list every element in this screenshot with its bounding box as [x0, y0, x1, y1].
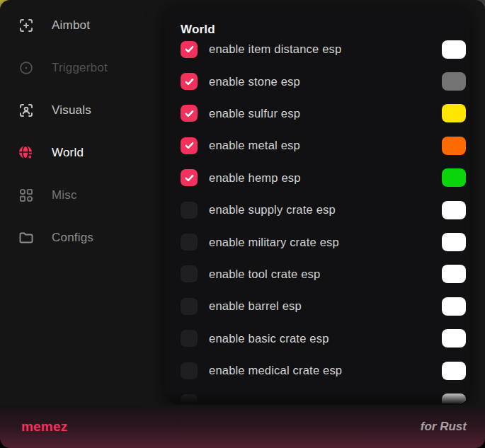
world-globe-star-icon	[18, 144, 35, 161]
esp-option-row: enable supply crate esp	[179, 194, 466, 226]
esp-checkbox[interactable]	[181, 41, 198, 58]
esp-options-list: enable item distance esp enable stone es…	[179, 33, 466, 403]
esp-color-swatch[interactable]	[442, 201, 466, 219]
sidebar-item-triggerbot[interactable]: Triggerbot	[18, 52, 165, 84]
esp-checkbox[interactable]	[181, 202, 198, 219]
aimbot-crosshair-icon	[18, 17, 35, 34]
esp-option-row: enable medical crate esp	[179, 355, 466, 386]
esp-option-label: enable military crate esp	[209, 236, 339, 249]
checkmark-icon	[184, 44, 195, 54]
esp-checkbox[interactable]	[181, 105, 198, 122]
esp-checkbox[interactable]	[181, 265, 198, 282]
esp-color-swatch[interactable]	[442, 233, 466, 251]
misc-apps-icon	[18, 187, 35, 204]
sidebar-item-label: Triggerbot	[52, 61, 108, 75]
sidebar-item-configs[interactable]: Configs	[18, 222, 165, 253]
checkmark-icon	[184, 140, 195, 151]
esp-option-label: enable sulfur esp	[209, 107, 300, 120]
esp-checkbox[interactable]	[181, 362, 198, 379]
esp-color-swatch[interactable]	[442, 72, 466, 91]
sidebar-item-visuals[interactable]: Visuals	[18, 95, 165, 126]
sidebar-item-label: Visuals	[52, 103, 91, 117]
esp-color-swatch[interactable]	[442, 168, 466, 187]
configs-folder-icon	[18, 229, 35, 246]
triggerbot-target-icon	[18, 59, 35, 76]
esp-color-swatch[interactable]	[442, 297, 466, 316]
sidebar-item-misc[interactable]: Misc	[18, 180, 165, 211]
esp-option-row	[179, 386, 466, 403]
brand-tagline: for Rust	[421, 420, 467, 434]
esp-color-swatch[interactable]	[442, 137, 466, 155]
esp-checkbox[interactable]	[181, 394, 198, 403]
checkmark-icon	[184, 173, 195, 183]
sidebar-item-label: World	[52, 146, 84, 160]
esp-option-row: enable stone esp	[179, 65, 466, 97]
esp-option-label: enable barrel esp	[209, 299, 302, 313]
world-settings-panel: World enable item distance esp enable st…	[165, 6, 469, 403]
checkmark-icon	[184, 108, 195, 119]
esp-checkbox[interactable]	[181, 169, 198, 186]
esp-option-row: enable metal esp	[179, 130, 466, 161]
esp-option-row: enable hemp esp	[179, 162, 466, 194]
sidebar-item-aimbot[interactable]: Aimbot	[18, 10, 165, 41]
esp-color-swatch[interactable]	[442, 329, 466, 348]
esp-option-row: enable basic crate esp	[179, 323, 466, 355]
esp-color-swatch[interactable]	[442, 265, 466, 283]
footer-bar: memez for Rust	[0, 405, 485, 448]
esp-color-swatch[interactable]	[442, 104, 466, 122]
esp-option-label: enable item distance esp	[209, 42, 341, 56]
checkmark-icon	[184, 76, 195, 87]
esp-option-label: enable basic crate esp	[209, 332, 329, 345]
sidebar-item-label: Aimbot	[52, 18, 90, 33]
esp-color-swatch[interactable]	[442, 362, 466, 380]
sidebar-nav: Aimbot Triggerbot Visuals	[0, 10, 165, 265]
esp-checkbox[interactable]	[181, 298, 198, 315]
esp-option-row: enable sulfur esp	[179, 98, 466, 130]
brand-name: memez	[21, 419, 67, 435]
sidebar-item-label: Misc	[52, 188, 77, 202]
esp-checkbox[interactable]	[181, 137, 198, 154]
esp-color-swatch[interactable]	[442, 40, 466, 59]
sidebar-item-world[interactable]: World	[18, 137, 165, 168]
esp-option-row: enable tool crate esp	[179, 258, 466, 290]
esp-color-swatch[interactable]	[442, 394, 466, 403]
esp-option-label: enable supply crate esp	[209, 203, 336, 217]
esp-option-label: enable hemp esp	[209, 171, 301, 185]
esp-option-label: enable tool crate esp	[209, 268, 320, 281]
visuals-user-scan-icon	[18, 102, 35, 119]
esp-checkbox[interactable]	[181, 234, 198, 251]
esp-option-label: enable metal esp	[209, 139, 300, 152]
sidebar-item-label: Configs	[52, 231, 93, 245]
esp-option-row: enable barrel esp	[179, 290, 466, 322]
esp-checkbox[interactable]	[181, 330, 198, 347]
esp-option-row: enable military crate esp	[179, 226, 466, 258]
cheat-menu-window: Aimbot Triggerbot Visuals	[0, 0, 485, 448]
esp-option-row: enable item distance esp	[179, 33, 466, 65]
esp-option-label: enable medical crate esp	[209, 364, 342, 377]
esp-option-label: enable stone esp	[209, 75, 300, 88]
esp-checkbox[interactable]	[181, 73, 198, 90]
